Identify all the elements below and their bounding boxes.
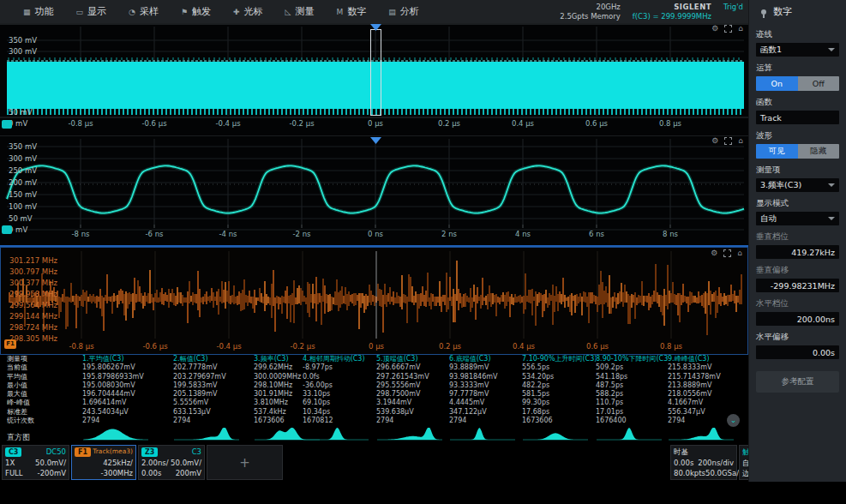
flag-icon: ⚑ — [181, 8, 188, 16]
vscale-field[interactable]: 419.27kHz — [756, 245, 839, 259]
table-value: 1670812 — [303, 417, 376, 425]
plot-corner-icons: ⚙⌂ — [711, 249, 742, 257]
add-trace-box[interactable]: + — [207, 445, 283, 480]
expand-icon[interactable] — [724, 137, 732, 145]
menu-item-trigger[interactable]: ⚑触发 — [170, 0, 222, 23]
camera-icon[interactable]: ⚙ — [711, 136, 718, 145]
menu-item-measure[interactable]: ◺测量 — [274, 0, 326, 23]
table-value: 5.5556mV — [173, 399, 254, 407]
camera-icon[interactable]: ⚙ — [711, 24, 718, 33]
table-col-header: 8.90-10%下降时间(C3) — [596, 355, 668, 363]
sidebar-title: 数字 — [773, 5, 792, 18]
menu-item-label: 显示 — [87, 5, 106, 18]
table-value: 298.7500mV — [376, 390, 449, 399]
home-icon[interactable]: ⌂ — [738, 136, 743, 145]
table-value: 203.279697mV — [173, 373, 254, 381]
sidebar-header: 数字 — [749, 0, 846, 23]
frequency-readout: f(C3) = 299.9999MHz — [633, 12, 711, 21]
measure-item-label: 测量项 — [756, 165, 839, 176]
table-value: 299.62MHz — [254, 363, 303, 372]
vscale-value: 419.27kHz — [791, 248, 835, 257]
home-icon[interactable]: ⌂ — [737, 249, 742, 257]
chevron-down-icon — [828, 217, 835, 220]
table-value: 243.54034µV — [82, 408, 173, 417]
zoom-z3-box[interactable]: Z3C32.00ns/50.0mV/0.00s200mV — [138, 445, 205, 480]
pin-icon[interactable] — [761, 9, 766, 15]
menu-item-acquire[interactable]: ◔采样 — [117, 0, 170, 23]
table-row-header: 平均值 — [7, 373, 82, 381]
measurement-histogram — [254, 426, 303, 445]
hoffset-label: 水平偏移 — [756, 332, 839, 343]
math-scale: 425kHz/ — [103, 458, 133, 469]
table-value: 2794 — [376, 417, 449, 425]
measurement-table: 测量项1.平均值(C3)2.幅值(C3)3.频率(C3)4.相邻周期抖动(C3)… — [7, 355, 748, 427]
hoffset-field[interactable]: 0.00s — [756, 345, 839, 359]
expand-icon[interactable] — [724, 25, 732, 33]
table-value: 4.4445mV — [449, 399, 522, 407]
voffset-field[interactable]: -299.98231MHz — [756, 279, 839, 292]
table-scroll-button[interactable]: ⌄ — [727, 414, 740, 427]
table-value: 1673606 — [254, 417, 303, 425]
table-value: 195.806267mV — [82, 363, 173, 372]
operation-toggle[interactable]: On Off — [756, 76, 839, 91]
waveform-toggle[interactable]: 可见 隐藏 — [756, 144, 839, 159]
sample-icon: ◔ — [129, 8, 135, 16]
expand-icon[interactable] — [723, 249, 731, 257]
menu-items: ▦功能▭显示◔采样⚑触发✚光标◺测量M数字▤分析 — [0, 0, 430, 23]
display-mode-select[interactable]: 自动 — [756, 212, 839, 225]
measurement-histogram — [668, 426, 743, 445]
function-field[interactable]: Track — [756, 111, 839, 124]
track-plot[interactable]: 301.217 MHz300.797 MHz300.377 MHz299.958… — [0, 247, 748, 355]
table-value: 69.10ps — [303, 399, 376, 407]
status-line: -300MHz — [75, 468, 133, 479]
overview-plot[interactable]: 350 mV300 mV50 mV0 mV-0.8 µs-0.6 µs-0.4 … — [0, 23, 748, 135]
menu-item-analysis[interactable]: ▤分析 — [377, 0, 430, 23]
display-mode-label: 显示模式 — [756, 198, 839, 209]
menu-item-cursors[interactable]: ✚光标 — [222, 0, 274, 23]
operation-on[interactable]: On — [756, 76, 798, 91]
menu-item-label: 功能 — [35, 5, 54, 18]
reference-config-button[interactable]: 参考配置 — [756, 371, 839, 393]
menu-item-math[interactable]: M数字 — [325, 0, 377, 23]
math-trace-marker: F1 — [4, 339, 16, 349]
table-value: -36.00ps — [303, 381, 376, 390]
camera-icon[interactable]: ⚙ — [711, 249, 717, 257]
timebase-box[interactable]: 时基0.00s200ns/div80.0kpts50.0GSa/s — [670, 445, 737, 480]
table-value: 2794 — [449, 417, 522, 425]
table-value: 2794 — [82, 417, 173, 425]
attenuation-value: 1X — [5, 458, 15, 469]
overview-waveform — [0, 23, 748, 135]
status-line: FULL-200mV — [5, 468, 66, 479]
status-line: 2.00ns/50.0mV/ — [141, 458, 201, 469]
table-value: 347.122µV — [449, 408, 522, 417]
table-value: 0.0fs — [303, 373, 376, 381]
add-trace-button[interactable]: + — [210, 447, 279, 478]
status-line: Z3C3 — [141, 447, 201, 458]
channel-c3-box[interactable]: C3DC501X50.0mV/FULL-200mV — [2, 445, 69, 480]
display-mode-value: 自动 — [760, 213, 777, 225]
table-value: 295.5556mV — [376, 381, 449, 390]
menu-item-display[interactable]: ▭显示 — [65, 0, 118, 23]
waveform-visible[interactable]: 可见 — [756, 144, 798, 159]
vscale-value: 50.0mV/ — [35, 458, 66, 469]
table-col-header: 1.平均值(C3) — [82, 355, 173, 363]
display-icon: ▭ — [76, 8, 84, 16]
crosshair-icon: ✚ — [233, 8, 240, 16]
trace-select-value: 函数1 — [760, 45, 782, 56]
menu-item-label: 光标 — [244, 5, 263, 18]
grid-icon: ▦ — [23, 8, 31, 16]
zoom-plot[interactable]: 350 mV300 mV250 mV200 mV150 mV100 mV50 m… — [0, 135, 748, 247]
waveform-hidden[interactable]: 隐藏 — [798, 144, 840, 159]
trace-select[interactable]: 函数1 — [756, 43, 839, 57]
math-f1-box[interactable]: F1Track(mea3)425kHz/-300MHz — [71, 445, 136, 480]
hscale-field[interactable]: 200.00ns — [756, 312, 839, 326]
operation-off[interactable]: Off — [798, 76, 840, 91]
menu-item-function[interactable]: ▦功能 — [12, 0, 65, 23]
home-icon[interactable]: ⌂ — [738, 24, 743, 33]
bandwidth-value: FULL — [5, 468, 23, 479]
sample-rate: 50.0GSa/s — [705, 468, 742, 479]
measure-item-select[interactable]: 3.频率(C3) — [756, 178, 839, 192]
table-value: 218.0556mV — [668, 390, 743, 399]
math-offset: -300MHz — [101, 468, 133, 479]
table-value: 298.10MHz — [254, 381, 303, 390]
